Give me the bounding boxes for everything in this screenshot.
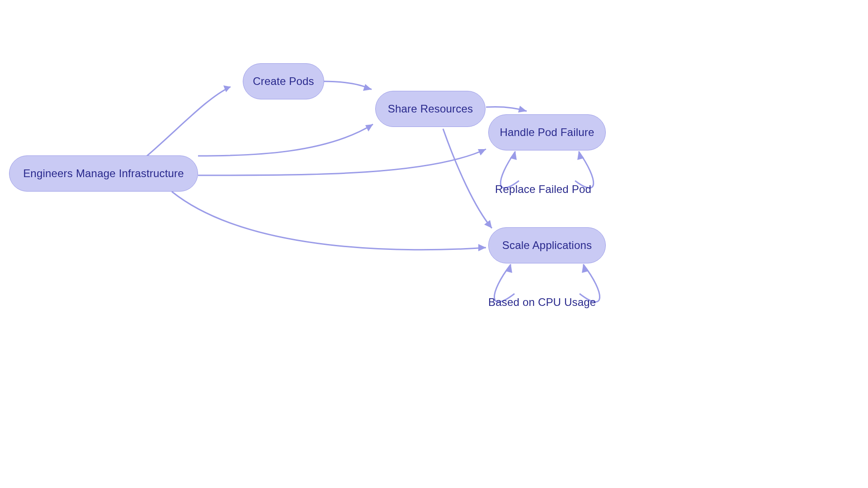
arrowhead-root-create xyxy=(223,85,231,92)
node-root: Engineers Manage Infrastructure xyxy=(9,155,198,192)
arrowhead-root-scale xyxy=(478,244,486,251)
edge-root-create xyxy=(147,87,231,156)
edge-handle-loop-left xyxy=(500,151,519,188)
edge-share-scale xyxy=(443,129,492,228)
edge-root-scale xyxy=(172,192,486,250)
arrowhead-create-share xyxy=(363,84,372,91)
node-share-label: Share Resources xyxy=(388,103,473,115)
arrowhead-root-share xyxy=(365,124,373,131)
node-scale: Scale Applications xyxy=(488,227,606,263)
node-share: Share Resources xyxy=(375,91,486,127)
arrowhead-share-scale xyxy=(484,220,492,228)
edge-share-handle xyxy=(486,107,527,111)
node-create-label: Create Pods xyxy=(253,75,314,88)
arrowhead-scale-loop-right xyxy=(582,264,589,273)
arrowhead-handle-loop-right xyxy=(577,151,584,160)
edge-handle-loop-right xyxy=(575,151,594,188)
arrowhead-scale-loop-left xyxy=(505,264,512,273)
node-handle-label: Handle Pod Failure xyxy=(500,126,594,139)
diagram-canvas: Engineers Manage Infrastructure Create P… xyxy=(0,0,694,369)
node-root-label: Engineers Manage Infrastructure xyxy=(23,167,184,180)
node-scale-label: Scale Applications xyxy=(502,239,592,252)
edge-root-share xyxy=(198,124,373,156)
arrowhead-root-handle xyxy=(478,149,486,155)
edge-label-replace: Replace Failed Pod xyxy=(495,183,591,196)
arrowhead-handle-loop-left xyxy=(510,151,517,160)
edge-label-cpu: Based on CPU Usage xyxy=(488,296,596,309)
edge-root-handle xyxy=(198,149,486,175)
node-handle: Handle Pod Failure xyxy=(488,114,606,150)
node-create: Create Pods xyxy=(243,63,324,99)
arrowhead-share-handle xyxy=(518,106,527,113)
edge-create-share xyxy=(323,81,372,89)
